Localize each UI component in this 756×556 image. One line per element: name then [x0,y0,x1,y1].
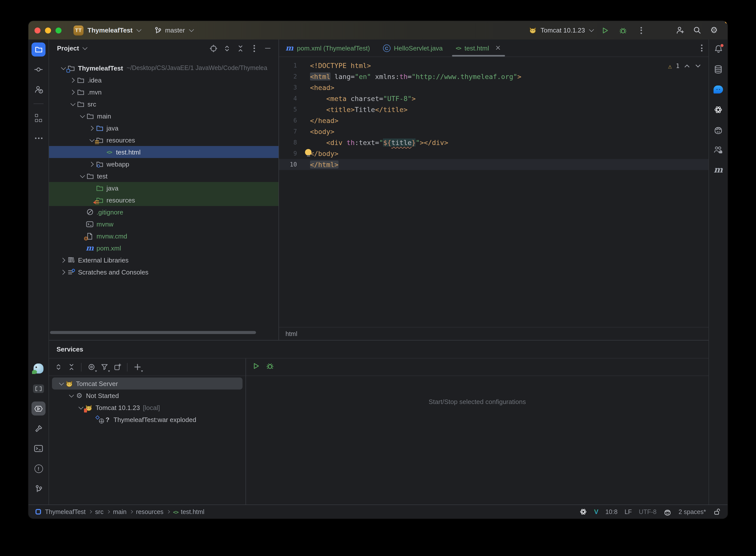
tool-ai-chat-button[interactable] [711,82,725,97]
tree-row-test-resources[interactable]: resources [49,194,278,206]
tool-project-button[interactable] [32,42,45,57]
close-window-button[interactable] [34,27,40,33]
tool-terminal-button[interactable] [32,442,45,455]
tree-row-mvn[interactable]: .mvn [49,86,278,98]
debug-button[interactable] [618,25,628,36]
run-configuration-selector[interactable]: Tomcat 10.1.23 [528,27,592,34]
tool-structure-button[interactable] [32,111,45,125]
minimize-window-button[interactable] [45,27,51,33]
shell-file-icon [86,221,94,227]
tree-row-mvnw[interactable]: mvnw [49,218,278,230]
tab-test-html[interactable]: <> test.html [449,39,508,57]
tree-row-gitignore[interactable]: .gitignore [49,206,278,218]
tool-database-button[interactable] [711,63,725,76]
tool-plugin-assistant-button[interactable] [32,361,45,376]
fullscreen-window-button[interactable] [56,27,62,33]
v-plugin-icon[interactable]: V [594,508,598,516]
vcs-branch-widget[interactable]: master [154,26,192,34]
tree-row-idea[interactable]: .idea [49,74,278,86]
service-row-war-exploded[interactable]: ? ThymeleafTest:war exploded [52,414,242,425]
open-in-new-tab-button[interactable] [113,363,122,371]
code-with-me-button[interactable] [675,25,686,36]
html-file-icon: <> [106,149,112,155]
tool-ai-robot-button[interactable] [711,123,725,137]
collapse-all-button[interactable] [237,44,244,52]
line-separator-widget[interactable]: LF [624,508,632,515]
view-options-button[interactable] [87,363,96,371]
close-tab-button[interactable] [494,44,502,51]
more-actions-button[interactable] [635,25,647,36]
tree-row-project-root[interactable]: ThymeleafTest ~/Desktop/CS/JavaEE/1 Java… [49,62,278,74]
lock-unlocked-icon[interactable] [713,508,721,516]
run-button[interactable] [599,25,611,36]
status-breadcrumb[interactable]: src [95,508,103,515]
tree-row-mvnw-cmd[interactable]: ⚙ mvnw.cmd [49,230,278,242]
tree-row-src[interactable]: src [49,98,278,110]
status-breadcrumb[interactable]: resources [136,508,164,515]
status-breadcrumb[interactable]: test.html [181,508,205,515]
breadcrumb[interactable]: html [285,330,297,337]
project-panel-title[interactable]: Project [57,44,79,52]
tree-row-test-java[interactable]: java [49,182,278,194]
indent-widget[interactable]: 2 spaces* [679,508,706,515]
test-sources-folder-icon [96,184,103,192]
tab-list-button[interactable] [701,44,702,51]
more-tool-windows-button[interactable] [32,131,45,145]
play-icon [601,26,609,34]
status-breadcrumb[interactable]: main [113,508,127,515]
tree-row-main[interactable]: main [49,110,278,122]
tab-helloservlet-java[interactable]: C HelloServlet.java [377,39,449,57]
tree-row-test[interactable]: test [49,170,278,182]
tree-row-scratches[interactable]: Scratches and Consoles [49,266,278,278]
tool-dev-container-button[interactable] [32,382,45,395]
tool-services-button[interactable] [32,402,45,416]
line-number: 8 [279,137,310,148]
tool-pull-requests-button[interactable] [32,82,45,97]
git-branch-icon [34,484,43,493]
intention-bulb-icon[interactable] [305,149,311,155]
caret-position-widget[interactable]: 10:8 [605,508,618,515]
tool-problems-button[interactable]: ! [32,461,45,476]
start-service-button[interactable] [252,362,260,372]
prev-warning-button[interactable] [684,64,690,69]
search-everywhere-button[interactable] [691,25,702,36]
service-row-tomcat-10-1-23[interactable]: Tomcat 10.1.23 [local] [52,402,242,414]
tool-notifications-button[interactable] [711,42,725,57]
project-options-button[interactable] [250,44,258,52]
expand-all-button[interactable] [54,363,63,371]
tree-row-pom-xml[interactable]: m pom.xml [49,242,278,254]
filter-button[interactable] [100,363,108,371]
openai-status-icon[interactable] [580,508,587,516]
hide-panel-button[interactable] [264,44,272,52]
robot-status-icon[interactable] [663,508,672,515]
tree-row-webapp[interactable]: webapp [49,158,278,170]
maven-icon: m [714,165,723,174]
next-warning-button[interactable] [694,64,701,69]
tree-row-main-resources[interactable]: resources [49,134,278,146]
code-editor[interactable]: 1<!DOCTYPE html> 2<html lang="en" xmlns:… [279,57,709,327]
debug-service-button[interactable] [266,362,274,372]
expand-all-button[interactable] [223,44,231,52]
add-service-button[interactable] [133,363,141,371]
status-breadcrumb[interactable]: ThymeleafTest [45,508,86,515]
horizontal-scrollbar[interactable] [50,331,256,334]
settings-button[interactable]: ⚙ [709,25,720,36]
war-artifact-icon [96,416,104,423]
tool-git-button[interactable] [32,482,45,495]
collapse-all-button[interactable] [67,363,75,371]
tool-commit-button[interactable] [32,63,45,76]
encoding-widget[interactable]: UTF-8 [639,508,656,515]
service-row-not-started[interactable]: ⚙ Not Started [52,389,242,402]
tool-collaboration-button[interactable] [711,142,725,157]
tool-build-button[interactable] [32,421,45,436]
service-row-tomcat-server[interactable]: Tomcat Server [52,378,242,389]
project-name-widget[interactable]: ThymeleafTest [88,27,133,34]
tool-maven-button[interactable]: m [711,163,725,176]
inspections-widget[interactable]: ⚠ 1 [668,61,701,71]
select-opened-file-button[interactable] [209,44,217,52]
tree-row-external-libraries[interactable]: External Libraries [49,254,278,266]
tree-row-test-html[interactable]: <> test.html [49,146,278,158]
tab-pom-xml[interactable]: m pom.xml (ThymeleafTest) [279,39,377,57]
tree-row-main-java[interactable]: java [49,122,278,134]
tool-chatgpt-button[interactable] [711,103,725,116]
